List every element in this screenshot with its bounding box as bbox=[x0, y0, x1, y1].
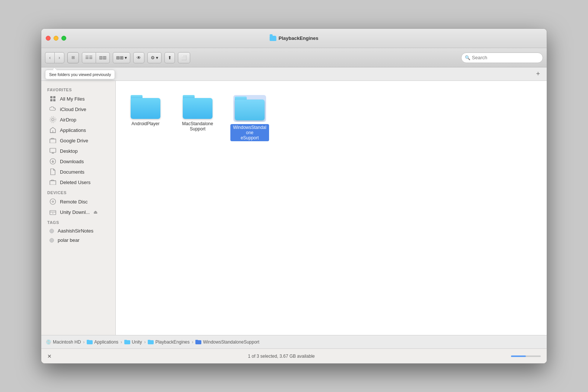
applications-bc-icon bbox=[87, 340, 93, 344]
title-bar: PlaybackEngines bbox=[41, 29, 547, 48]
downloads-icon bbox=[49, 158, 56, 165]
desktop-icon bbox=[49, 148, 56, 154]
grid-icon: ⊞⊞ bbox=[116, 55, 124, 60]
traffic-lights bbox=[46, 36, 66, 41]
applications-label: Applications bbox=[60, 127, 86, 133]
sidebar-item-airdrop[interactable]: AirDrop bbox=[44, 114, 113, 125]
share-button[interactable]: ⬆ bbox=[164, 52, 175, 63]
mac-standalone-icon-wrap bbox=[183, 95, 212, 119]
hd-icon: 💿 bbox=[46, 339, 51, 345]
folder-body bbox=[131, 98, 160, 119]
favorites-section-label: Favorites bbox=[41, 85, 115, 94]
gear-icon: ⚙ bbox=[151, 55, 155, 60]
tags-section-label: Tags bbox=[41, 217, 115, 226]
svg-point-4 bbox=[52, 118, 54, 121]
airdrop-label: AirDrop bbox=[60, 117, 76, 123]
svg-rect-8 bbox=[50, 139, 56, 143]
windows-standalone-label: WindowsStandaloneeSupport bbox=[230, 124, 269, 141]
sidebar-item-google-drive[interactable]: Google Drive bbox=[44, 135, 113, 146]
devices-section-label: Devices bbox=[41, 187, 115, 196]
sidebar-item-aashish-notes[interactable]: AashishSirNotes bbox=[44, 226, 113, 235]
unity-drive-icon bbox=[49, 209, 56, 215]
folder-windows-standalone[interactable]: WindowsStandaloneeSupport bbox=[227, 92, 272, 144]
breadcrumb-windows-standalone[interactable]: WindowsStandaloneSupport bbox=[195, 339, 259, 345]
add-tab-button[interactable]: + bbox=[534, 70, 542, 78]
search-wrapper: 🔍 bbox=[461, 53, 543, 63]
all-my-files-label: All My Files bbox=[60, 96, 84, 102]
svg-point-20 bbox=[52, 213, 53, 214]
preview-button[interactable]: 👁 bbox=[133, 52, 144, 63]
android-player-icon-wrap bbox=[131, 95, 160, 119]
unity-download-label: Unity Downl... bbox=[60, 209, 90, 215]
downloads-label: Downloads bbox=[60, 159, 84, 164]
toolbar: See folders you viewed previously ‹ › ⊞ … bbox=[41, 48, 547, 67]
eject-icon[interactable]: ⏏ bbox=[93, 209, 98, 215]
aashish-notes-tag-dot bbox=[49, 229, 54, 233]
breadcrumb-playback-engines-label: PlaybackEngines bbox=[155, 339, 189, 345]
sidebar-item-polar-bear[interactable]: polar bear bbox=[44, 235, 113, 245]
breadcrumb-playback-engines[interactable]: PlaybackEngines bbox=[148, 339, 189, 345]
view-buttons: ☰☰ ▥▥ bbox=[82, 52, 110, 63]
title-folder-icon bbox=[270, 36, 277, 41]
folder-android-player[interactable]: AndroidPlayer bbox=[123, 92, 168, 144]
minimize-button[interactable] bbox=[54, 36, 58, 41]
grid-dropdown-icon: ▾ bbox=[125, 55, 127, 60]
sidebar-item-desktop[interactable]: Desktop bbox=[44, 146, 113, 156]
grid-view-button[interactable]: ⊞⊞ ▾ bbox=[113, 52, 130, 63]
back-button[interactable]: ‹ bbox=[45, 52, 54, 63]
status-right bbox=[511, 355, 541, 357]
sidebar-item-documents[interactable]: Documents bbox=[44, 167, 113, 177]
sidebar-item-icloud-drive[interactable]: iCloud Drive bbox=[44, 104, 113, 114]
status-left: ✕ bbox=[47, 353, 52, 359]
zoom-slider[interactable] bbox=[511, 355, 541, 357]
folder-body bbox=[235, 99, 265, 120]
action-button[interactable]: ⚙ ▾ bbox=[147, 52, 162, 63]
svg-point-5 bbox=[51, 117, 55, 122]
all-my-files-icon bbox=[49, 95, 56, 102]
mac-standalone-folder-icon bbox=[183, 95, 212, 119]
remote-disc-icon bbox=[49, 198, 56, 205]
breadcrumb-applications[interactable]: Applications bbox=[87, 339, 118, 345]
sidebar-item-deleted-users[interactable]: Deleted Users bbox=[44, 177, 113, 187]
column-view-button[interactable]: ▥▥ bbox=[96, 52, 110, 63]
sidebar-toggle-icon[interactable]: ✕ bbox=[47, 353, 52, 359]
nav-buttons: ‹ › bbox=[45, 52, 64, 63]
polar-bear-label: polar bear bbox=[58, 237, 80, 243]
unity-bc-icon bbox=[124, 340, 130, 344]
search-input[interactable] bbox=[461, 53, 543, 63]
status-text: 1 of 3 selected, 3.67 GB available bbox=[248, 354, 314, 359]
folder-body bbox=[183, 98, 212, 119]
close-button[interactable] bbox=[46, 36, 51, 41]
tooltip-bubble: See folders you viewed previously bbox=[45, 70, 115, 79]
view-mode-active[interactable]: ⊞ bbox=[67, 52, 79, 63]
folder-mac-standalone[interactable]: MacStandaloneSupport bbox=[175, 92, 220, 144]
breadcrumb-sep-3: › bbox=[144, 339, 146, 345]
window-title: PlaybackEngines bbox=[270, 35, 319, 41]
deleted-users-label: Deleted Users bbox=[60, 180, 90, 185]
svg-point-17 bbox=[52, 201, 54, 202]
playback-engines-bc-icon bbox=[148, 340, 154, 344]
svg-point-16 bbox=[50, 199, 56, 205]
search-icon: 🔍 bbox=[465, 55, 470, 60]
breadcrumb-unity[interactable]: Unity bbox=[124, 339, 142, 345]
list-view-button[interactable]: ☰☰ bbox=[82, 52, 96, 63]
windows-standalone-bc-icon bbox=[195, 340, 201, 344]
share-icon: ⬆ bbox=[168, 55, 172, 60]
breadcrumb-sep-4: › bbox=[192, 339, 193, 345]
android-player-label: AndroidPlayer bbox=[131, 121, 159, 126]
breadcrumb-bar: 💿 Macintosh HD › Applications › Unity › bbox=[41, 335, 547, 348]
maximize-button[interactable] bbox=[61, 36, 66, 41]
windows-standalone-folder-icon bbox=[235, 97, 265, 120]
breadcrumb-applications-label: Applications bbox=[94, 339, 118, 345]
sidebar-item-remote-disc[interactable]: Remote Disc bbox=[44, 196, 113, 207]
tag-button[interactable]: ⬜ bbox=[178, 52, 190, 63]
zoom-fill bbox=[511, 355, 526, 357]
forward-button[interactable]: › bbox=[54, 52, 64, 63]
desktop-label: Desktop bbox=[60, 148, 78, 154]
polar-bear-tag-dot bbox=[49, 238, 54, 243]
breadcrumb-macintosh-hd[interactable]: 💿 Macintosh HD bbox=[46, 339, 81, 345]
sidebar-item-unity-download[interactable]: Unity Downl... ⏏ bbox=[44, 207, 113, 217]
sidebar-item-downloads[interactable]: Downloads bbox=[44, 156, 113, 167]
sidebar-item-all-my-files[interactable]: All My Files bbox=[44, 94, 113, 104]
sidebar-item-applications[interactable]: Applications bbox=[44, 125, 113, 135]
